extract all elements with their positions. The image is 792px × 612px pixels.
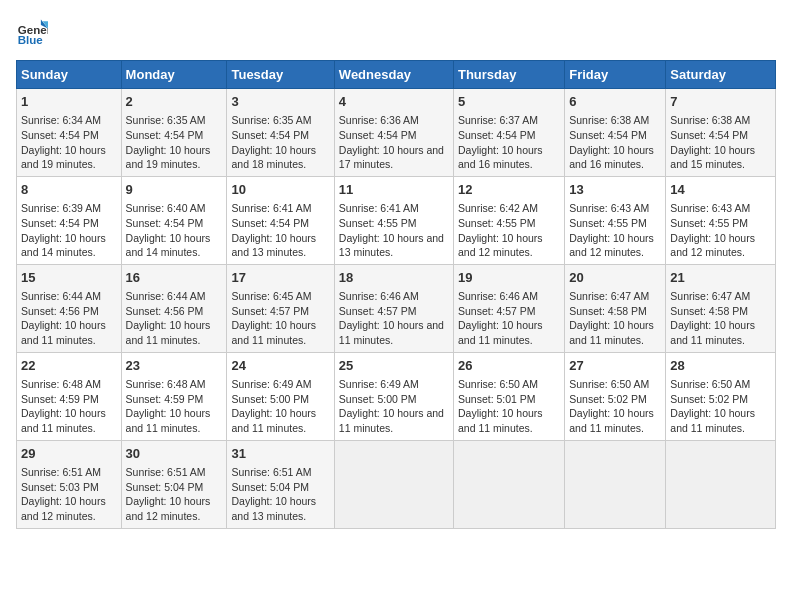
- day-number: 30: [126, 445, 223, 463]
- sunset-text: Sunset: 4:56 PM: [126, 305, 204, 317]
- day-number: 4: [339, 93, 449, 111]
- calendar-day-cell: 24Sunrise: 6:49 AMSunset: 5:00 PMDayligh…: [227, 352, 334, 440]
- day-number: 18: [339, 269, 449, 287]
- daylight-text: Daylight: 10 hours and 12 minutes.: [21, 495, 106, 522]
- sunrise-text: Sunrise: 6:48 AM: [21, 378, 101, 390]
- day-number: 23: [126, 357, 223, 375]
- calendar-day-cell: 15Sunrise: 6:44 AMSunset: 4:56 PMDayligh…: [17, 264, 122, 352]
- calendar-day-cell: 25Sunrise: 6:49 AMSunset: 5:00 PMDayligh…: [334, 352, 453, 440]
- sunset-text: Sunset: 5:00 PM: [231, 393, 309, 405]
- sunrise-text: Sunrise: 6:49 AM: [231, 378, 311, 390]
- calendar-day-cell: 7Sunrise: 6:38 AMSunset: 4:54 PMDaylight…: [666, 89, 776, 177]
- daylight-text: Daylight: 10 hours and 16 minutes.: [458, 144, 543, 171]
- calendar-day-cell: 12Sunrise: 6:42 AMSunset: 4:55 PMDayligh…: [453, 176, 564, 264]
- sunrise-text: Sunrise: 6:47 AM: [569, 290, 649, 302]
- daylight-text: Daylight: 10 hours and 11 minutes.: [21, 407, 106, 434]
- sunset-text: Sunset: 4:56 PM: [21, 305, 99, 317]
- daylight-text: Daylight: 10 hours and 18 minutes.: [231, 144, 316, 171]
- calendar-day-cell: 19Sunrise: 6:46 AMSunset: 4:57 PMDayligh…: [453, 264, 564, 352]
- header-day: Friday: [565, 61, 666, 89]
- sunrise-text: Sunrise: 6:43 AM: [670, 202, 750, 214]
- sunset-text: Sunset: 4:55 PM: [670, 217, 748, 229]
- day-number: 6: [569, 93, 661, 111]
- sunset-text: Sunset: 4:54 PM: [339, 129, 417, 141]
- sunrise-text: Sunrise: 6:37 AM: [458, 114, 538, 126]
- daylight-text: Daylight: 10 hours and 11 minutes.: [458, 407, 543, 434]
- day-number: 26: [458, 357, 560, 375]
- daylight-text: Daylight: 10 hours and 12 minutes.: [670, 232, 755, 259]
- sunset-text: Sunset: 4:55 PM: [339, 217, 417, 229]
- calendar-day-cell: 4Sunrise: 6:36 AMSunset: 4:54 PMDaylight…: [334, 89, 453, 177]
- header-day: Monday: [121, 61, 227, 89]
- sunset-text: Sunset: 5:03 PM: [21, 481, 99, 493]
- day-number: 29: [21, 445, 117, 463]
- daylight-text: Daylight: 10 hours and 11 minutes.: [126, 319, 211, 346]
- day-number: 7: [670, 93, 771, 111]
- day-number: 16: [126, 269, 223, 287]
- sunrise-text: Sunrise: 6:51 AM: [231, 466, 311, 478]
- sunrise-text: Sunrise: 6:41 AM: [231, 202, 311, 214]
- day-number: 21: [670, 269, 771, 287]
- calendar-day-cell: 18Sunrise: 6:46 AMSunset: 4:57 PMDayligh…: [334, 264, 453, 352]
- calendar-day-cell: 29Sunrise: 6:51 AMSunset: 5:03 PMDayligh…: [17, 440, 122, 528]
- calendar-week-row: 8Sunrise: 6:39 AMSunset: 4:54 PMDaylight…: [17, 176, 776, 264]
- header-day: Wednesday: [334, 61, 453, 89]
- day-number: 19: [458, 269, 560, 287]
- sunrise-text: Sunrise: 6:39 AM: [21, 202, 101, 214]
- daylight-text: Daylight: 10 hours and 13 minutes.: [231, 232, 316, 259]
- daylight-text: Daylight: 10 hours and 11 minutes.: [569, 319, 654, 346]
- sunrise-text: Sunrise: 6:45 AM: [231, 290, 311, 302]
- daylight-text: Daylight: 10 hours and 11 minutes.: [339, 407, 444, 434]
- daylight-text: Daylight: 10 hours and 13 minutes.: [339, 232, 444, 259]
- calendar-day-cell: 8Sunrise: 6:39 AMSunset: 4:54 PMDaylight…: [17, 176, 122, 264]
- day-number: 27: [569, 357, 661, 375]
- sunrise-text: Sunrise: 6:47 AM: [670, 290, 750, 302]
- calendar-day-cell: 28Sunrise: 6:50 AMSunset: 5:02 PMDayligh…: [666, 352, 776, 440]
- calendar-day-cell: 3Sunrise: 6:35 AMSunset: 4:54 PMDaylight…: [227, 89, 334, 177]
- sunrise-text: Sunrise: 6:48 AM: [126, 378, 206, 390]
- daylight-text: Daylight: 10 hours and 11 minutes.: [670, 407, 755, 434]
- sunrise-text: Sunrise: 6:38 AM: [670, 114, 750, 126]
- calendar-day-cell: 10Sunrise: 6:41 AMSunset: 4:54 PMDayligh…: [227, 176, 334, 264]
- day-number: 17: [231, 269, 329, 287]
- calendar-day-cell: 27Sunrise: 6:50 AMSunset: 5:02 PMDayligh…: [565, 352, 666, 440]
- sunset-text: Sunset: 4:55 PM: [458, 217, 536, 229]
- sunrise-text: Sunrise: 6:46 AM: [458, 290, 538, 302]
- calendar-day-cell: 2Sunrise: 6:35 AMSunset: 4:54 PMDaylight…: [121, 89, 227, 177]
- header: General Blue: [16, 16, 776, 48]
- daylight-text: Daylight: 10 hours and 19 minutes.: [21, 144, 106, 171]
- calendar-day-cell: 23Sunrise: 6:48 AMSunset: 4:59 PMDayligh…: [121, 352, 227, 440]
- day-number: 31: [231, 445, 329, 463]
- sunset-text: Sunset: 4:55 PM: [569, 217, 647, 229]
- sunrise-text: Sunrise: 6:43 AM: [569, 202, 649, 214]
- calendar-day-cell: 13Sunrise: 6:43 AMSunset: 4:55 PMDayligh…: [565, 176, 666, 264]
- sunrise-text: Sunrise: 6:44 AM: [126, 290, 206, 302]
- calendar-week-row: 1Sunrise: 6:34 AMSunset: 4:54 PMDaylight…: [17, 89, 776, 177]
- calendar-day-cell: [334, 440, 453, 528]
- calendar-week-row: 15Sunrise: 6:44 AMSunset: 4:56 PMDayligh…: [17, 264, 776, 352]
- sunset-text: Sunset: 4:54 PM: [231, 217, 309, 229]
- daylight-text: Daylight: 10 hours and 14 minutes.: [21, 232, 106, 259]
- calendar-day-cell: 22Sunrise: 6:48 AMSunset: 4:59 PMDayligh…: [17, 352, 122, 440]
- day-number: 22: [21, 357, 117, 375]
- calendar-day-cell: 30Sunrise: 6:51 AMSunset: 5:04 PMDayligh…: [121, 440, 227, 528]
- daylight-text: Daylight: 10 hours and 11 minutes.: [458, 319, 543, 346]
- calendar-week-row: 29Sunrise: 6:51 AMSunset: 5:03 PMDayligh…: [17, 440, 776, 528]
- calendar-day-cell: 31Sunrise: 6:51 AMSunset: 5:04 PMDayligh…: [227, 440, 334, 528]
- sunset-text: Sunset: 4:57 PM: [231, 305, 309, 317]
- sunrise-text: Sunrise: 6:50 AM: [458, 378, 538, 390]
- logo-icon: General Blue: [16, 16, 48, 48]
- sunset-text: Sunset: 4:57 PM: [458, 305, 536, 317]
- daylight-text: Daylight: 10 hours and 11 minutes.: [21, 319, 106, 346]
- sunrise-text: Sunrise: 6:51 AM: [126, 466, 206, 478]
- calendar-day-cell: 9Sunrise: 6:40 AMSunset: 4:54 PMDaylight…: [121, 176, 227, 264]
- day-number: 8: [21, 181, 117, 199]
- sunset-text: Sunset: 4:54 PM: [21, 129, 99, 141]
- sunrise-text: Sunrise: 6:51 AM: [21, 466, 101, 478]
- daylight-text: Daylight: 10 hours and 11 minutes.: [569, 407, 654, 434]
- daylight-text: Daylight: 10 hours and 15 minutes.: [670, 144, 755, 171]
- sunrise-text: Sunrise: 6:38 AM: [569, 114, 649, 126]
- daylight-text: Daylight: 10 hours and 12 minutes.: [126, 495, 211, 522]
- daylight-text: Daylight: 10 hours and 13 minutes.: [231, 495, 316, 522]
- daylight-text: Daylight: 10 hours and 11 minutes.: [231, 319, 316, 346]
